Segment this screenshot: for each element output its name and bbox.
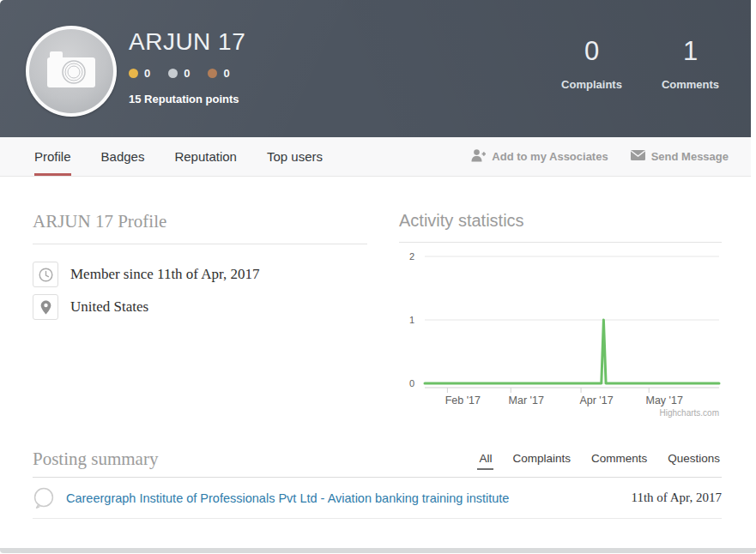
- gold-badge: 0: [129, 67, 150, 80]
- tab-bar: Profile Badges Reputation Top users Add …: [0, 137, 751, 177]
- profile-page: ARJUN 17 0 0 0 15 Reputation points 0: [0, 0, 756, 554]
- filter-all[interactable]: All: [477, 452, 493, 470]
- divider: [399, 242, 722, 243]
- divider: [33, 244, 367, 244]
- svg-text:Highcharts.com: Highcharts.com: [660, 408, 719, 418]
- silver-badge-count: 0: [184, 67, 190, 80]
- location-pin-icon: [33, 294, 58, 320]
- filter-comments[interactable]: Comments: [590, 452, 649, 470]
- profile-section: ARJUN 17 Profile Member since 11th of Ap…: [33, 211, 367, 423]
- post-date: 11th of Apr, 2017: [631, 491, 722, 505]
- comments-stat: 1 Comments: [654, 36, 727, 91]
- header-stats: 0 Complaints 1 Comments: [555, 36, 727, 91]
- window-bottom-edge: [0, 548, 756, 553]
- complaints-label: Complaints: [555, 78, 628, 91]
- silver-badge-icon: [168, 69, 178, 78]
- add-to-associates-label: Add to my Associates: [492, 150, 608, 163]
- profile-section-title: ARJUN 17 Profile: [33, 211, 367, 232]
- comment-bubble-icon: [33, 487, 55, 509]
- bronze-badge-count: 0: [223, 67, 229, 80]
- member-since-row: Member since 11th of Apr, 2017: [33, 262, 367, 287]
- camera-icon: [47, 51, 95, 92]
- silver-badge: 0: [168, 67, 190, 80]
- activity-section-title: Activity statistics: [399, 211, 722, 231]
- envelope-icon: [631, 150, 645, 163]
- gold-badge-count: 0: [144, 67, 150, 80]
- posting-summary-title: Posting summary: [33, 449, 158, 470]
- member-since-text: Member since 11th of Apr, 2017: [70, 266, 260, 283]
- post-title-link[interactable]: Careergraph Institute of Professionals P…: [66, 491, 509, 505]
- svg-text:May '17: May '17: [646, 394, 683, 406]
- user-block: ARJUN 17 0 0 0 15 Reputation points: [129, 28, 245, 105]
- bronze-badge-icon: [208, 69, 217, 78]
- tabs: Profile Badges Reputation Top users: [34, 137, 323, 176]
- add-to-associates-button[interactable]: Add to my Associates: [471, 149, 608, 165]
- svg-text:1: 1: [409, 315, 414, 325]
- location-text: United States: [70, 298, 148, 316]
- location-row: United States: [33, 294, 367, 320]
- filter-complaints[interactable]: Complaints: [511, 452, 572, 470]
- activity-chart-container: 012Feb '17Mar '17Apr '17May '17Highchart…: [399, 246, 722, 423]
- tab-top-users[interactable]: Top users: [267, 137, 323, 176]
- avatar: [26, 26, 117, 117]
- send-message-label: Send Message: [651, 150, 729, 163]
- complaints-stat: 0 Complaints: [555, 36, 628, 91]
- posting-filters: All Complaints Comments Questions: [477, 452, 722, 470]
- complaints-count: 0: [555, 36, 628, 67]
- bronze-badge: 0: [208, 67, 229, 80]
- comments-label: Comments: [654, 78, 727, 91]
- person-add-icon: [471, 149, 486, 165]
- svg-text:2: 2: [409, 251, 414, 262]
- badge-counts: 0 0 0: [129, 67, 245, 80]
- reputation-points: 15 Reputation points: [129, 93, 245, 105]
- svg-text:Mar '17: Mar '17: [509, 394, 544, 406]
- profile-header: ARJUN 17 0 0 0 15 Reputation points 0: [0, 0, 751, 137]
- activity-section: Activity statistics 012Feb '17Mar '17Apr…: [399, 211, 722, 423]
- page-title: ARJUN 17: [129, 28, 245, 56]
- send-message-button[interactable]: Send Message: [631, 150, 729, 163]
- tab-actions: Add to my Associates Send Message: [471, 137, 729, 176]
- post-row: Careergraph Institute of Professionals P…: [33, 478, 722, 519]
- svg-text:0: 0: [409, 378, 414, 388]
- tab-badges[interactable]: Badges: [101, 137, 145, 176]
- tab-profile[interactable]: Profile: [34, 137, 71, 176]
- posting-summary-section: Posting summary All Complaints Comments …: [33, 449, 722, 519]
- svg-text:Apr '17: Apr '17: [579, 394, 613, 406]
- gold-badge-icon: [129, 69, 138, 78]
- main-content: ARJUN 17 Profile Member since 11th of Ap…: [0, 211, 756, 519]
- clock-icon: [33, 262, 58, 287]
- activity-chart: 012Feb '17Mar '17Apr '17May '17Highchart…: [399, 246, 722, 419]
- comments-count: 1: [654, 36, 727, 67]
- tab-reputation[interactable]: Reputation: [174, 137, 237, 176]
- svg-text:Feb '17: Feb '17: [445, 394, 481, 406]
- filter-questions[interactable]: Questions: [666, 452, 722, 470]
